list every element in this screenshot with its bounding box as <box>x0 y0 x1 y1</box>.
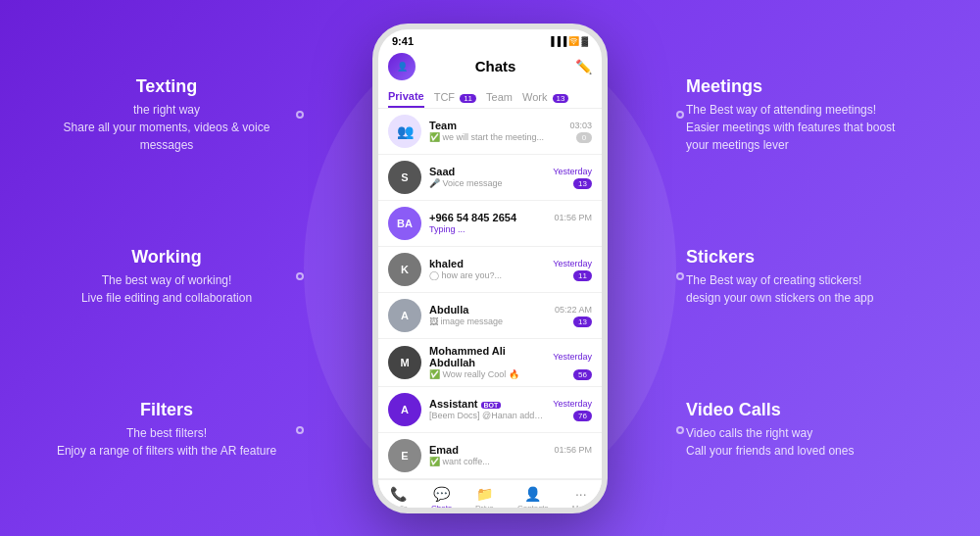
signal-icon: ▐▐▐ <box>548 36 566 46</box>
chat-unread-mohammed: 56 <box>573 369 592 380</box>
right-features-panel: Meetings The Best way of attending meeti… <box>666 0 960 536</box>
tab-team[interactable]: Team <box>486 87 513 107</box>
feature-working: Working The best way of working!Live fil… <box>39 247 294 307</box>
battery-icon: ▓ <box>581 36 588 46</box>
chat-unread-team: 0 <box>576 132 592 143</box>
drive-icon: 📁 <box>476 486 493 502</box>
feature-texting: Texting the right wayShare all your mome… <box>39 76 294 154</box>
chat-name-ba: +966 54 845 2654 <box>429 212 516 223</box>
feature-meetings: Meetings The Best way of attending meeti… <box>686 76 941 154</box>
chat-avatar-saad: S <box>388 161 421 194</box>
chat-unread-khaled: 11 <box>573 270 592 281</box>
meetings-dot <box>676 111 684 119</box>
bot-badge: BOT <box>481 402 502 409</box>
stickers-title: Stickers <box>686 247 941 268</box>
status-time: 9:41 <box>392 35 414 47</box>
nav-drive[interactable]: 📁 Drive <box>475 486 494 512</box>
nav-chats-label: Chats <box>431 504 452 512</box>
feature-filters: Filters The best filters!Enjoy a range o… <box>39 400 294 460</box>
tab-private[interactable]: Private <box>388 86 424 108</box>
tab-tcf[interactable]: TCF 11 <box>434 87 476 107</box>
chat-avatar-mohammed: M <box>388 346 421 379</box>
stickers-desc: The Best way of creating stickers!design… <box>686 271 941 307</box>
chat-name-saad: Saad <box>429 166 455 177</box>
chat-info-emad: Emad 01:56 PM ✅ want coffe... <box>429 444 592 466</box>
video-calls-dot <box>676 426 684 434</box>
nav-calls-label: Calls <box>390 504 408 512</box>
feature-video-calls: Video Calls Video calls the right wayCal… <box>686 400 941 460</box>
video-calls-title: Video Calls <box>686 400 941 420</box>
chat-name-assistant: AssistantBOT <box>429 398 501 410</box>
avatar-img: 👤 <box>397 62 408 72</box>
nav-drive-label: Drive <box>475 504 494 512</box>
chat-avatar-ba: BA <box>388 207 421 240</box>
working-dot <box>296 272 304 280</box>
work-badge: 13 <box>553 94 569 103</box>
app-header: 👤 Chats ✏️ <box>378 49 602 86</box>
texting-title: Texting <box>39 76 294 97</box>
chat-time-saad: Yesterday <box>553 167 592 176</box>
chat-info-ba: +966 54 845 2654 01:56 PM Typing ... <box>429 212 592 234</box>
bottom-nav: 📞 Calls 💬 Chats 📁 Drive 👤 Contacts ··· M… <box>378 479 602 513</box>
nav-contacts-label: Contacts <box>517 504 549 512</box>
nav-calls[interactable]: 📞 Calls <box>390 486 408 512</box>
meetings-title: Meetings <box>686 76 941 97</box>
chat-avatar-abdulla: A <box>388 299 421 332</box>
tcf-badge: 11 <box>460 94 476 103</box>
chat-preview-ba: Typing ... <box>429 224 466 234</box>
chat-preview-assistant: [Beem Docs] @Hanan added you a... <box>429 411 547 420</box>
chat-time-assistant: Yesterday <box>553 399 592 409</box>
chat-list: 👥 Team 03:03 ✅ we will start the meeting… <box>378 109 602 479</box>
chat-item-ba[interactable]: BA +966 54 845 2654 01:56 PM Typing ... <box>378 201 602 247</box>
chat-info-team: Team 03:03 ✅ we will start the meeting..… <box>429 120 592 143</box>
chat-unread-saad: 13 <box>573 178 592 189</box>
chat-item-khaled[interactable]: K khaled Yesterday ◯ how are you?... 11 <box>378 247 602 293</box>
chat-time-khaled: Yesterday <box>553 259 592 268</box>
left-features-panel: Texting the right wayShare all your mome… <box>20 0 314 536</box>
header-title: Chats <box>475 58 516 74</box>
chat-item-assistant[interactable]: A AssistantBOT Yesterday [Beem Docs] @Ha… <box>378 387 602 433</box>
chat-info-mohammed: Mohammed Ali Abdullah Yesterday ✅ Wow re… <box>429 345 592 380</box>
chat-preview-mohammed: ✅ Wow really Cool 🔥 <box>429 369 519 379</box>
chat-item-abdulla[interactable]: A Abdulla 05:22 AM 🖼 image message 13 <box>378 293 602 339</box>
chat-preview-emad: ✅ want coffe... <box>429 457 490 466</box>
filters-dot <box>296 426 304 434</box>
chat-avatar-assistant: A <box>388 393 421 426</box>
stickers-dot <box>676 272 684 280</box>
chat-info-abdulla: Abdulla 05:22 AM 🖼 image message 13 <box>429 304 592 327</box>
user-avatar[interactable]: 👤 <box>388 53 416 80</box>
chat-info-khaled: khaled Yesterday ◯ how are you?... 11 <box>429 258 592 281</box>
chat-name-team: Team <box>429 120 457 131</box>
chat-item-emad[interactable]: E Emad 01:56 PM ✅ want coffe... <box>378 433 602 479</box>
nav-more[interactable]: ··· More <box>572 486 590 512</box>
chat-preview-team: ✅ we will start the meeting... <box>429 132 544 142</box>
nav-contacts[interactable]: 👤 Contacts <box>517 486 549 512</box>
chat-name-khaled: khaled <box>429 258 464 269</box>
feature-stickers: Stickers The Best way of creating sticke… <box>686 247 941 307</box>
texting-desc: the right wayShare all your moments, vid… <box>39 101 294 154</box>
working-title: Working <box>39 247 294 268</box>
status-icons: ▐▐▐ 🛜 ▓ <box>548 36 588 46</box>
tab-work[interactable]: Work 13 <box>522 87 568 107</box>
chat-item-saad[interactable]: S Saad Yesterday 🎤 Voice message 13 <box>378 155 602 201</box>
chat-time-abdulla: 05:22 AM <box>555 305 592 315</box>
chats-icon: 💬 <box>433 486 450 502</box>
chat-time-ba: 01:56 PM <box>554 213 592 222</box>
chat-preview-abdulla: 🖼 image message <box>429 317 503 326</box>
status-bar: 9:41 ▐▐▐ 🛜 ▓ <box>378 29 602 49</box>
texting-dot <box>296 111 304 119</box>
video-calls-desc: Video calls the right wayCall your frien… <box>686 424 941 460</box>
chat-info-assistant: AssistantBOT Yesterday [Beem Docs] @Hana… <box>429 398 592 421</box>
chat-name-mohammed: Mohammed Ali Abdullah <box>429 345 553 368</box>
nav-chats[interactable]: 💬 Chats <box>431 486 452 512</box>
chat-preview-khaled: ◯ how are you?... <box>429 270 502 280</box>
chat-item-team[interactable]: 👥 Team 03:03 ✅ we will start the meeting… <box>378 109 602 155</box>
wifi-icon: 🛜 <box>568 36 579 46</box>
compose-icon[interactable]: ✏️ <box>575 59 592 74</box>
chat-avatar-team: 👥 <box>388 115 421 148</box>
filters-desc: The best filters!Enjoy a range of filter… <box>39 424 294 460</box>
chat-item-mohammed[interactable]: M Mohammed Ali Abdullah Yesterday ✅ Wow … <box>378 339 602 387</box>
chat-unread-assistant: 76 <box>573 411 592 421</box>
chat-time-mohammed: Yesterday <box>553 352 592 362</box>
filters-title: Filters <box>39 400 294 420</box>
